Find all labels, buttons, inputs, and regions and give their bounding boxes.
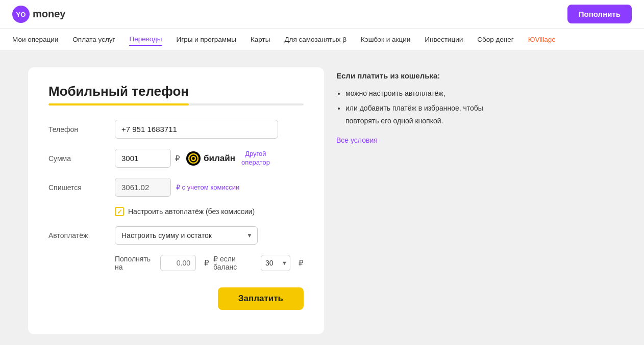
nav-item-yuvillage[interactable]: ЮVillage <box>528 34 556 45</box>
svg-text:YO: YO <box>16 11 26 18</box>
sidebar-info: Если платить из кошелька: можно настроит… <box>336 67 500 334</box>
logo-text: money <box>33 8 65 20</box>
autopay-checkbox-row: Настроить автоплатёж (без комиссии) <box>115 207 304 216</box>
balance-ruble-sign: ₽ <box>299 258 304 268</box>
other-operator-link[interactable]: Другойоператор <box>241 150 270 167</box>
refill-row: Пополнять на ₽ ₽ если баланс 30 50 100 2… <box>115 255 304 271</box>
sidebar-title: Если платить из кошелька: <box>336 71 500 80</box>
balance-select[interactable]: 30 50 100 200 <box>261 255 290 271</box>
logo-icon: YO <box>12 6 30 23</box>
autopay-checkbox[interactable] <box>115 207 124 216</box>
writeoff-label: Спишется <box>48 183 115 192</box>
beeline-name: билайн <box>204 153 235 164</box>
balance-if-label: ₽ если баланс <box>213 255 257 271</box>
form-card: Мобильный телефон Телефон Сумма ₽ <box>28 67 324 334</box>
sidebar-list-item-0: можно настроить автоплатёж, <box>345 87 500 100</box>
nav-item-collect[interactable]: Сбор денег <box>477 34 514 45</box>
main-nav: Мои операции Оплата услуг Переводы Игры … <box>0 29 644 51</box>
beeline-icon <box>186 151 201 166</box>
writeoff-field-row: Спишется ₽ с учетом комиссии <box>48 178 304 197</box>
refill-label: Пополнять на <box>115 255 156 271</box>
autopay-checkbox-label: Настроить автоплатёж (без комиссии) <box>128 207 255 216</box>
nav-item-self-employed[interactable]: Для самозанятых β <box>284 34 346 45</box>
amount-ruble-sign: ₽ <box>175 154 180 163</box>
nav-item-cards[interactable]: Карты <box>251 34 270 45</box>
refill-amount-input[interactable] <box>160 255 196 271</box>
all-conditions-link[interactable]: Все условия <box>336 136 378 144</box>
operator-area: билайн Другойоператор <box>186 150 270 167</box>
nav-item-my-operations[interactable]: Мои операции <box>12 34 58 45</box>
phone-field-row: Телефон <box>48 120 304 139</box>
form-title: Мобильный телефон <box>48 84 304 99</box>
amount-field-row: Сумма ₽ билайн Другойоператор <box>48 149 304 168</box>
svg-point-3 <box>191 156 195 161</box>
beeline-logo: билайн <box>186 151 235 166</box>
phone-input[interactable] <box>115 120 278 139</box>
amount-label: Сумма <box>48 154 115 163</box>
topup-button[interactable]: Пополнить <box>567 5 632 23</box>
pay-button[interactable]: Заплатить <box>218 287 304 310</box>
commission-text: ₽ с учетом комиссии <box>176 183 239 191</box>
svg-point-2 <box>189 154 198 163</box>
autopay-label: Автоплатёж <box>48 231 115 240</box>
progress-bar <box>48 103 304 105</box>
logo: YO money <box>12 6 65 23</box>
nav-item-transfers[interactable]: Переводы <box>129 33 162 46</box>
autopay-select-wrap: Настроить сумму и остаток Фиксированная … <box>115 226 258 245</box>
nav-item-games[interactable]: Игры и программы <box>177 34 236 45</box>
balance-select-wrap: 30 50 100 200 ▼ <box>261 255 290 271</box>
nav-item-pay-services[interactable]: Оплата услуг <box>72 34 115 45</box>
sidebar-list-item-1: или добавить платёж в избранное, чтобы п… <box>345 102 500 127</box>
sidebar-list: можно настроить автоплатёж, или добавить… <box>336 87 500 128</box>
autopay-select[interactable]: Настроить сумму и остаток Фиксированная … <box>115 226 258 245</box>
header: YO money Пополнить <box>0 0 644 29</box>
refill-ruble-sign: ₽ <box>204 258 209 268</box>
main-content: Мобильный телефон Телефон Сумма ₽ <box>16 51 628 345</box>
nav-item-investments[interactable]: Инвестиции <box>425 34 463 45</box>
pay-button-row: Заплатить <box>48 287 304 310</box>
writeoff-input <box>115 178 171 197</box>
phone-label: Телефон <box>48 125 115 134</box>
nav-item-cashback[interactable]: Кэшбэк и акции <box>361 34 410 45</box>
progress-fill <box>48 103 189 105</box>
amount-input[interactable] <box>115 149 171 168</box>
autopay-select-row: Автоплатёж Настроить сумму и остаток Фик… <box>48 226 304 245</box>
